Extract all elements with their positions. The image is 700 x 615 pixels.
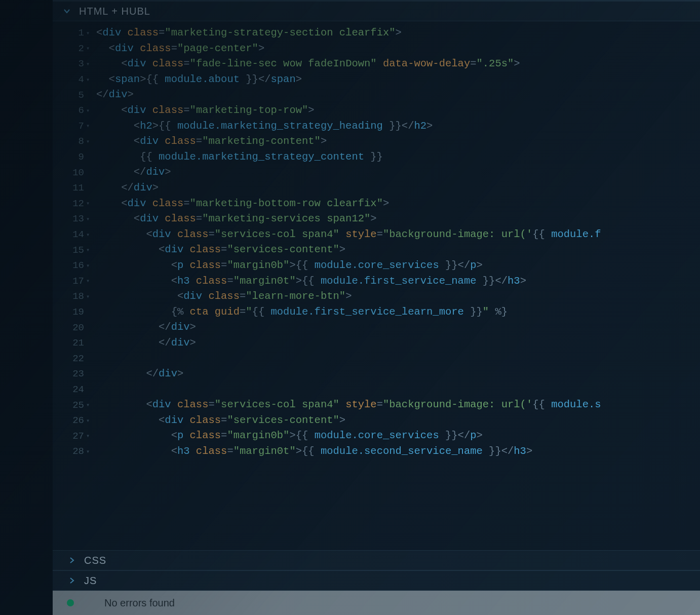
line-number: 10 [53, 165, 96, 180]
line-number: 4▾ [53, 72, 96, 88]
line-number: 12▾ [53, 196, 96, 212]
code-line[interactable]: <div class="services-content"> [96, 242, 700, 258]
status-text: No errors found [104, 597, 175, 609]
line-number: 2▾ [53, 41, 96, 57]
status-dot-icon [67, 599, 74, 606]
code-line[interactable]: <div class="marketing-content"> [96, 134, 700, 149]
code-line[interactable]: {{ module.marketing_strategy_content }} [96, 149, 700, 165]
line-number: 6▾ [53, 103, 96, 119]
main-panel: HTML + HUBL 1▾2▾3▾4▾56▾7▾8▾9101112▾13▾14… [53, 0, 700, 615]
code-line[interactable] [96, 351, 700, 366]
line-number: 9 [53, 149, 96, 165]
code-line[interactable]: <div class="fade-line-sec wow fadeInDown… [96, 56, 700, 72]
line-number: 22 [53, 351, 96, 366]
code-line[interactable]: </div> [96, 180, 700, 196]
line-number: 21 [53, 335, 96, 351]
code-line[interactable]: <div class="marketing-bottom-row clearfi… [96, 196, 700, 212]
line-number: 24 [53, 382, 96, 398]
line-number-gutter: 1▾2▾3▾4▾56▾7▾8▾9101112▾13▾14▾15▾16▾17▾18… [53, 21, 96, 550]
section-header-js[interactable]: JS [53, 570, 700, 591]
code-line[interactable]: <div class="services-col span4" style="b… [96, 227, 700, 243]
code-line[interactable]: </div> [96, 335, 700, 351]
code-content[interactable]: <div class="marketing-strategy-section c… [96, 21, 700, 550]
line-number: 5 [53, 87, 96, 103]
line-number: 16▾ [53, 258, 96, 274]
line-number: 13▾ [53, 211, 96, 227]
chevron-right-icon [67, 575, 77, 586]
code-editor[interactable]: 1▾2▾3▾4▾56▾7▾8▾9101112▾13▾14▾15▾16▾17▾18… [53, 21, 700, 550]
code-line[interactable]: <div class="marketing-top-row"> [96, 103, 700, 119]
code-line[interactable]: <div class="page-center"> [96, 41, 700, 57]
code-line[interactable]: <div class="marketing-strategy-section c… [96, 25, 700, 41]
code-line[interactable]: <div class="learn-more-btn"> [96, 289, 700, 304]
code-line[interactable]: </div> [96, 87, 700, 103]
code-line[interactable]: <p class="margin0b">{{ module.core_servi… [96, 258, 700, 274]
status-bar: No errors found [53, 591, 700, 615]
section-label: CSS [84, 555, 106, 566]
line-number: 23 [53, 366, 96, 382]
code-line[interactable]: <h3 class="margin0t">{{ module.second_se… [96, 444, 700, 459]
left-gutter [0, 0, 53, 615]
line-number: 15▾ [53, 242, 96, 258]
code-line[interactable]: </div> [96, 165, 700, 180]
line-number: 3▾ [53, 56, 96, 72]
section-header-html-hubl[interactable]: HTML + HUBL [53, 1, 700, 21]
section-label: HTML + HUBL [79, 6, 150, 17]
section-header-css[interactable]: CSS [53, 550, 700, 570]
line-number: 17▾ [53, 274, 96, 289]
line-number: 25▾ [53, 397, 96, 413]
section-label: JS [84, 575, 97, 587]
code-line[interactable]: <div class="services-content"> [96, 413, 700, 429]
code-line[interactable]: {% cta guid="{{ module.first_service_lea… [96, 304, 700, 320]
code-line[interactable]: <p class="margin0b">{{ module.core_servi… [96, 428, 700, 444]
line-number: 27▾ [53, 428, 96, 444]
code-line[interactable]: </div> [96, 320, 700, 335]
code-line[interactable]: <div class="services-col span4" style="b… [96, 397, 700, 413]
code-line[interactable] [96, 382, 700, 398]
line-number: 7▾ [53, 119, 96, 134]
line-number: 26▾ [53, 413, 96, 429]
line-number: 14▾ [53, 227, 96, 243]
line-number: 28▾ [53, 444, 96, 459]
code-line[interactable]: </div> [96, 366, 700, 382]
line-number: 11 [53, 180, 96, 196]
code-line[interactable]: <h2>{{ module.marketing_strategy_heading… [96, 119, 700, 134]
chevron-right-icon [67, 555, 77, 565]
line-number: 1▾ [53, 25, 96, 41]
code-line[interactable]: <div class="marketing-services span12"> [96, 211, 700, 227]
chevron-down-icon [62, 6, 72, 16]
code-line[interactable]: <h3 class="margin0t">{{ module.first_ser… [96, 274, 700, 289]
line-number: 20 [53, 320, 96, 335]
code-line[interactable]: <span>{{ module.about }}</span> [96, 72, 700, 88]
line-number: 18▾ [53, 289, 96, 304]
app-root: HTML + HUBL 1▾2▾3▾4▾56▾7▾8▾9101112▾13▾14… [0, 0, 700, 615]
line-number: 8▾ [53, 134, 96, 149]
line-number: 19 [53, 304, 96, 320]
